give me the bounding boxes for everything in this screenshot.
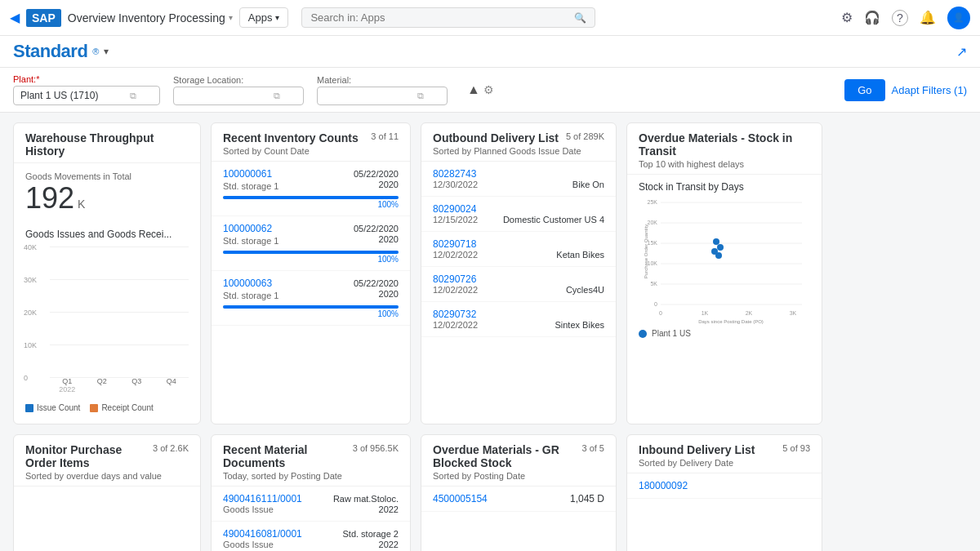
progress-bar-2 — [223, 305, 399, 309]
inventory-items-list: 100000061 05/22/2020 Std. storage 1 2020… — [212, 162, 410, 326]
export-icon[interactable]: ↗ — [956, 44, 967, 60]
delivery-name-1: Domestic Customer US 4 — [503, 215, 604, 224]
monitor-po-count: 3 of 2.6K — [153, 443, 189, 453]
brand-logo: Standard ® ▾ — [13, 41, 109, 62]
headset-icon[interactable]: 🎧 — [864, 10, 880, 25]
help-icon[interactable]: ? — [892, 10, 908, 26]
apps-label: Apps — [248, 11, 273, 24]
svg-text:3K: 3K — [790, 310, 797, 316]
go-button[interactable]: Go — [844, 79, 884, 101]
progress-bar-1 — [223, 251, 399, 254]
storage-copy-icon[interactable]: ⧉ — [274, 91, 280, 101]
overdue-transit-title: Overdue Materials - Stock in Transit — [639, 131, 810, 158]
brand-name: Standard — [13, 41, 87, 62]
svg-text:10K: 10K — [648, 260, 658, 266]
row-2: 3 of 2.6K Monitor Purchase Order Items S… — [13, 434, 967, 551]
transit-chart-container: 25K 20K 15K 10K 5K 0 0 1K 2K — [627, 194, 822, 344]
overdue-gr-list: 4500005154 1,045 D — [421, 487, 616, 512]
delivery-id-3[interactable]: 80290726 — [433, 273, 476, 285]
inv-item-sub-1: Std. storage 1 — [223, 236, 279, 246]
plant-required: * — [36, 74, 39, 84]
x-label-q4: Q4 — [154, 377, 189, 393]
progress-label-1: 100% — [223, 255, 399, 264]
plant-copy-icon[interactable]: ⧉ — [130, 91, 136, 101]
adapt-filters-button[interactable]: Adapt Filters (1) — [892, 84, 967, 96]
app-title[interactable]: Overview Inventory Processing ▾ — [68, 11, 233, 24]
delivery-row-4: 80290732 — [433, 309, 604, 320]
settings-icon[interactable]: ⚙ — [841, 10, 853, 25]
material-copy-icon[interactable]: ⧉ — [417, 91, 424, 101]
legend-issue-label: Issue Count — [37, 403, 80, 412]
goods-movements-label: Goods Movements in Total — [25, 171, 189, 181]
inv-item-id-2[interactable]: 100000063 — [223, 278, 272, 289]
list-item: 80290726 12/02/2022 Cycles4U — [421, 267, 616, 302]
delivery-id-1[interactable]: 80290024 — [433, 203, 476, 215]
delivery-row-1: 80290024 — [433, 203, 604, 215]
material-input[interactable]: ⧉ — [317, 87, 448, 105]
outbound-subtitle: Sorted by Planned Goods Issue Date — [433, 146, 604, 156]
plant-label: Plant:* — [13, 74, 160, 84]
overdue-gr-count: 3 of 5 — [581, 443, 604, 453]
brand-header: Standard ® ▾ ↗ — [0, 36, 980, 68]
apps-button[interactable]: Apps ▾ — [239, 7, 289, 28]
delivery-id-2[interactable]: 80290718 — [433, 238, 476, 250]
material-docs-list: 4900416111/0001 Raw mat.Stoloc. Goods Is… — [212, 487, 410, 551]
sap-logo: SAP — [26, 9, 61, 27]
monitor-po-header: 3 of 2.6K Monitor Purchase Order Items S… — [14, 435, 200, 487]
outbound-delivery-card: 5 of 289K Outbound Delivery List Sorted … — [421, 122, 617, 424]
search-input[interactable] — [310, 11, 569, 24]
transit-chart-title: Stock in Transit by Days — [639, 181, 744, 193]
progress-label-0: 100% — [223, 200, 399, 209]
inv-item-sub-2: Std. storage 1 — [223, 291, 279, 300]
storage-input[interactable]: ⧉ — [173, 87, 304, 105]
delivery-id-0[interactable]: 80282743 — [433, 168, 476, 180]
delivery-detail-3: 12/02/2022 Cycles4U — [433, 285, 604, 295]
brand-chevron-icon[interactable]: ▾ — [104, 46, 109, 57]
mat-type-0: Raw mat.Stoloc. — [333, 494, 399, 504]
material-docs-card: 3 of 956.5K Recent Material Documents To… — [211, 434, 411, 551]
mat-detail-1: Goods Issue 2022 — [223, 540, 399, 549]
svg-text:1K: 1K — [702, 310, 709, 316]
brand-reg: ® — [92, 47, 99, 56]
back-button[interactable]: ◀ — [10, 10, 20, 25]
monitor-po-card: 3 of 2.6K Monitor Purchase Order Items S… — [13, 434, 201, 551]
bell-icon[interactable]: 🔔 — [920, 10, 936, 25]
delivery-name-2: Ketan Bikes — [556, 250, 604, 260]
svg-text:0: 0 — [659, 310, 662, 316]
mat-detail-0: Goods Issue 2022 — [223, 504, 399, 514]
x-labels: Q1 2022 Q2 Q3 Q4 — [50, 377, 189, 393]
inbound-items-list: 180000092 — [627, 473, 822, 499]
plant-input[interactable]: Plant 1 US (1710) ⧉ — [13, 86, 160, 105]
mat-id-1[interactable]: 4900416081/0001 — [223, 528, 302, 540]
material-filter: Material: ⧉ — [317, 75, 448, 105]
list-item: 100000061 05/22/2020 Std. storage 1 2020… — [212, 162, 410, 216]
mat-year-1: 2022 — [379, 540, 399, 549]
transit-legend-label: Plant 1 US — [652, 329, 691, 338]
inv-item-id-1[interactable]: 100000062 — [223, 223, 272, 234]
svg-text:2K: 2K — [746, 310, 753, 316]
svg-text:Purchase Order Quantity: Purchase Order Quantity — [644, 224, 648, 278]
collapse-button[interactable]: ▲ ⚙ — [467, 82, 494, 97]
gr-id-0[interactable]: 4500005154 — [433, 493, 488, 504]
delivery-date-0: 12/30/2022 — [433, 180, 478, 189]
overdue-gr-header: 3 of 5 Overdue Materials - GR Blocked St… — [421, 435, 616, 487]
app-title-text: Overview Inventory Processing — [68, 11, 225, 24]
mat-id-0[interactable]: 4900416111/0001 — [223, 493, 302, 504]
delivery-detail-4: 12/02/2022 Sintex Bikes — [433, 320, 604, 330]
inv-item-id-0[interactable]: 100000061 — [223, 168, 272, 180]
outbound-count: 5 of 289K — [566, 131, 604, 141]
inv-item-date-0: 05/22/2020 — [354, 169, 399, 179]
search-icon[interactable]: 🔍 — [574, 12, 586, 24]
monitor-po-subtitle: Sorted by overdue days and value — [25, 471, 189, 481]
progress-fill-1 — [223, 251, 399, 254]
overdue-gr-subtitle: Sorted by Posting Date — [433, 471, 604, 481]
delivery-id-4[interactable]: 80290732 — [433, 309, 476, 320]
transit-scatter-svg: 25K 20K 15K 10K 5K 0 0 1K 2K — [639, 194, 810, 325]
material-label: Material: — [317, 75, 448, 85]
inv-item-header-2: 100000063 05/22/2020 — [223, 278, 399, 289]
inv-item-date-1: 05/22/2020 — [354, 224, 399, 233]
inbound-id-0[interactable]: 180000092 — [639, 480, 688, 491]
gr-val-0: 1,045 D — [570, 493, 604, 504]
delivery-date-1: 12/15/2022 — [433, 215, 478, 224]
user-avatar[interactable]: 👤 — [947, 7, 970, 29]
